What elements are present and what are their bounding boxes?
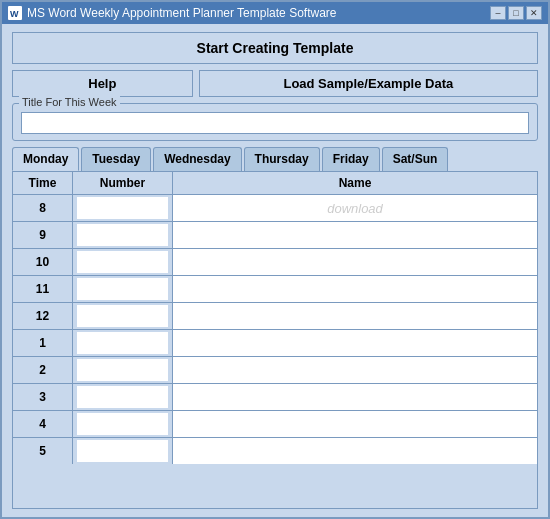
name-input-8[interactable]	[177, 197, 533, 219]
number-input-11[interactable]	[77, 278, 168, 300]
table-row: 1	[13, 330, 537, 357]
start-button[interactable]: Start Creating Template	[12, 32, 538, 64]
minimize-button[interactable]: –	[490, 6, 506, 20]
tabs-container: Monday Tuesday Wednesday Thursday Friday…	[12, 147, 538, 171]
time-12: 12	[13, 303, 73, 329]
name-3[interactable]	[173, 384, 537, 410]
time-3: 3	[13, 384, 73, 410]
number-input-8[interactable]	[77, 197, 168, 219]
number-input-4[interactable]	[77, 413, 168, 435]
number-9[interactable]	[73, 222, 173, 248]
table-row: 8 download	[13, 195, 537, 222]
time-11: 11	[13, 276, 73, 302]
name-12[interactable]	[173, 303, 537, 329]
app-icon: W	[8, 6, 22, 20]
name-input-12[interactable]	[177, 305, 533, 327]
time-10: 10	[13, 249, 73, 275]
time-5: 5	[13, 438, 73, 464]
name-8[interactable]: download	[173, 195, 537, 221]
name-2[interactable]	[173, 357, 537, 383]
name-input-11[interactable]	[177, 278, 533, 300]
svg-text:W: W	[10, 9, 19, 19]
tab-thursday[interactable]: Thursday	[244, 147, 320, 171]
maximize-button[interactable]: □	[508, 6, 524, 20]
table-row: 2	[13, 357, 537, 384]
table-row: 12	[13, 303, 537, 330]
name-9[interactable]	[173, 222, 537, 248]
number-11[interactable]	[73, 276, 173, 302]
number-8[interactable]	[73, 195, 173, 221]
time-8: 8	[13, 195, 73, 221]
name-input-3[interactable]	[177, 386, 533, 408]
time-9: 9	[13, 222, 73, 248]
name-4[interactable]	[173, 411, 537, 437]
name-input-5[interactable]	[177, 440, 533, 462]
name-1[interactable]	[173, 330, 537, 356]
number-4[interactable]	[73, 411, 173, 437]
number-input-1[interactable]	[77, 332, 168, 354]
header-number: Number	[73, 172, 173, 194]
header-name: Name	[173, 172, 537, 194]
table-row: 10	[13, 249, 537, 276]
name-10[interactable]	[173, 249, 537, 275]
name-11[interactable]	[173, 276, 537, 302]
table-row: 5	[13, 438, 537, 464]
table-section: Time Number Name 8 download 9 10	[12, 171, 538, 509]
title-group-label: Title For This Week	[19, 96, 120, 108]
tab-friday[interactable]: Friday	[322, 147, 380, 171]
time-1: 1	[13, 330, 73, 356]
number-input-2[interactable]	[77, 359, 168, 381]
title-input[interactable]	[21, 112, 529, 134]
number-input-3[interactable]	[77, 386, 168, 408]
main-window: W MS Word Weekly Appointment Planner Tem…	[0, 0, 550, 519]
time-4: 4	[13, 411, 73, 437]
number-10[interactable]	[73, 249, 173, 275]
name-input-1[interactable]	[177, 332, 533, 354]
tabs-and-table: Monday Tuesday Wednesday Thursday Friday…	[12, 147, 538, 509]
number-input-10[interactable]	[77, 251, 168, 273]
name-5[interactable]	[173, 438, 537, 464]
main-content: Start Creating Template Help Load Sample…	[2, 24, 548, 517]
table-header: Time Number Name	[13, 172, 537, 195]
table-row: 9	[13, 222, 537, 249]
tab-wednesday[interactable]: Wednesday	[153, 147, 241, 171]
name-input-4[interactable]	[177, 413, 533, 435]
tab-monday[interactable]: Monday	[12, 147, 79, 171]
tab-tuesday[interactable]: Tuesday	[81, 147, 151, 171]
header-time: Time	[13, 172, 73, 194]
tab-satsum[interactable]: Sat/Sun	[382, 147, 449, 171]
number-input-5[interactable]	[77, 440, 168, 462]
name-input-9[interactable]	[177, 224, 533, 246]
number-1[interactable]	[73, 330, 173, 356]
table-row: 11	[13, 276, 537, 303]
number-input-9[interactable]	[77, 224, 168, 246]
number-2[interactable]	[73, 357, 173, 383]
table-row: 3	[13, 384, 537, 411]
title-group: Title For This Week	[12, 103, 538, 141]
load-button[interactable]: Load Sample/Example Data	[199, 70, 538, 97]
number-3[interactable]	[73, 384, 173, 410]
number-5[interactable]	[73, 438, 173, 464]
button-row: Help Load Sample/Example Data	[12, 70, 538, 97]
title-bar: W MS Word Weekly Appointment Planner Tem…	[2, 2, 548, 24]
number-input-12[interactable]	[77, 305, 168, 327]
window-controls: – □ ✕	[490, 6, 542, 20]
time-2: 2	[13, 357, 73, 383]
number-12[interactable]	[73, 303, 173, 329]
table-row: 4	[13, 411, 537, 438]
name-input-10[interactable]	[177, 251, 533, 273]
window-title: MS Word Weekly Appointment Planner Templ…	[27, 6, 485, 20]
name-input-2[interactable]	[177, 359, 533, 381]
close-button[interactable]: ✕	[526, 6, 542, 20]
help-button[interactable]: Help	[12, 70, 193, 97]
